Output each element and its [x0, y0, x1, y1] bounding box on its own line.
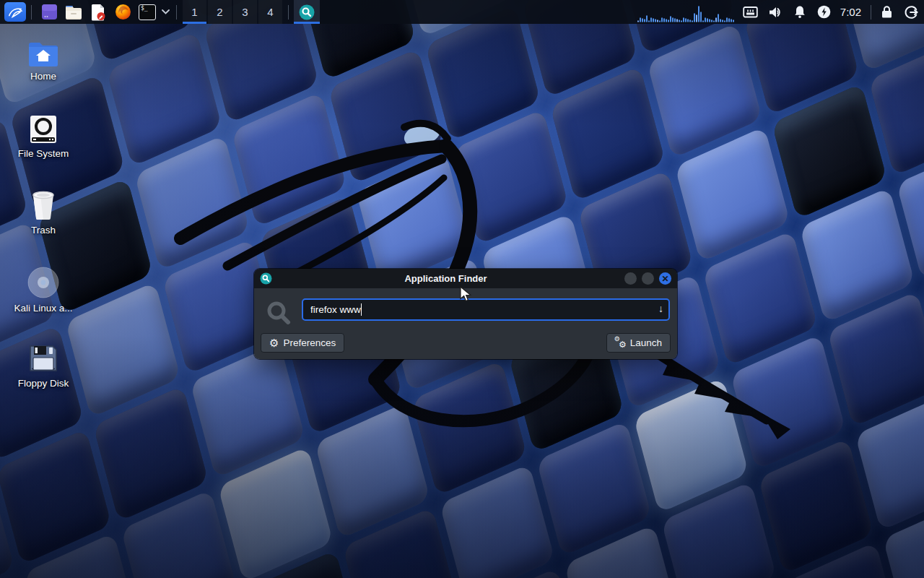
desktop-icon-label: Floppy Disk — [18, 378, 69, 389]
firefox-icon — [115, 4, 131, 20]
trash-icon — [27, 189, 59, 221]
desktop-icon-label: File System — [18, 148, 69, 159]
finder-task-icon — [299, 4, 315, 20]
search-field: firefox www ↓ — [302, 298, 670, 321]
desktop-icon-home[interactable]: Home — [7, 40, 79, 82]
launcher-app-window[interactable] — [37, 0, 61, 24]
notifications-bell-icon — [793, 5, 806, 19]
tray-volume[interactable] — [767, 0, 784, 24]
app-window-icon — [41, 4, 58, 20]
workspace-4[interactable]: 4 — [258, 0, 282, 24]
application-finder-window: Application Finder ✕ firefox www ↓ ⚙ Pre… — [254, 269, 677, 359]
close-icon: ✕ — [661, 275, 668, 283]
launcher-firefox[interactable] — [110, 0, 135, 24]
lock-screen-button[interactable] — [878, 0, 895, 24]
launcher-text-editor[interactable] — [86, 0, 110, 24]
clock[interactable]: 7:02 — [840, 6, 861, 18]
workspace-1[interactable]: 1 — [183, 0, 206, 24]
launcher-terminal[interactable]: $_ — [135, 0, 160, 24]
workspace-3[interactable]: 3 — [233, 0, 257, 24]
run-gears-icon: ⚙⚙ — [615, 337, 626, 348]
chevron-down-icon — [162, 9, 170, 14]
panel-separator — [288, 5, 289, 20]
floppy-disk-icon — [27, 342, 59, 374]
power-icon — [817, 5, 831, 19]
workspace-1-label: 1 — [191, 6, 197, 18]
application-finder-window-icon — [260, 272, 272, 285]
workspace-3-label: 3 — [242, 6, 248, 18]
desktop-icon-kali-linux[interactable]: Kali Linux a... — [7, 266, 79, 314]
lock-icon — [881, 5, 893, 19]
panel-separator — [31, 5, 32, 20]
kali-disc-icon — [27, 266, 60, 299]
text-editor-icon — [90, 4, 106, 21]
network-icon — [743, 6, 758, 19]
file-manager-icon — [65, 4, 82, 20]
search-input[interactable] — [302, 298, 670, 321]
logout-button[interactable] — [902, 0, 920, 24]
launch-button-label: Launch — [630, 337, 662, 348]
maximize-button[interactable] — [642, 272, 654, 285]
desktop-icon-label: Home — [30, 71, 56, 82]
taskbar-application-finder-button[interactable] — [294, 0, 320, 24]
gear-icon: ⚙ — [269, 337, 279, 348]
terminal-icon: $_ — [139, 4, 156, 20]
launcher-file-manager[interactable] — [61, 0, 86, 24]
desktop-icon-trash[interactable]: Trash — [7, 189, 79, 236]
titlebar[interactable]: Application Finder ✕ — [254, 269, 677, 288]
mouse-cursor — [460, 286, 474, 302]
window-title: Application Finder — [272, 273, 619, 284]
preferences-button[interactable]: ⚙ Preferences — [261, 333, 344, 353]
logout-icon — [904, 5, 918, 20]
panel-separator — [871, 5, 871, 20]
file-system-drive-icon — [28, 114, 58, 144]
workspace-2-label: 2 — [217, 6, 222, 18]
tray-network[interactable] — [742, 0, 759, 24]
search-icon — [266, 300, 292, 326]
launch-button[interactable]: ⚙⚙ Launch — [606, 333, 671, 353]
panel-separator — [176, 5, 177, 20]
close-button[interactable]: ✕ — [659, 272, 671, 285]
desktop-icon-label: Trash — [31, 225, 56, 236]
top-panel: $_ 1 2 3 4 — [0, 0, 924, 24]
cpu-graph-widget[interactable] — [637, 0, 735, 24]
home-folder-icon — [27, 40, 59, 67]
preferences-button-label: Preferences — [283, 337, 336, 348]
applications-menu-button[interactable] — [4, 2, 26, 22]
volume-icon — [768, 6, 783, 19]
tray-notifications[interactable] — [791, 0, 808, 24]
minimize-button[interactable] — [624, 272, 637, 285]
tray-power-manager[interactable] — [816, 0, 833, 24]
workspace-2[interactable]: 2 — [208, 0, 232, 24]
launcher-dropdown-arrow[interactable] — [160, 0, 171, 24]
desktop-icon-file-system[interactable]: File System — [7, 114, 79, 159]
desktop-icon-floppy-disk[interactable]: Floppy Disk — [7, 342, 79, 389]
workspace-4-label: 4 — [267, 6, 273, 18]
kali-menu-icon — [7, 5, 23, 20]
desktop-icon-label: Kali Linux a... — [14, 303, 72, 314]
